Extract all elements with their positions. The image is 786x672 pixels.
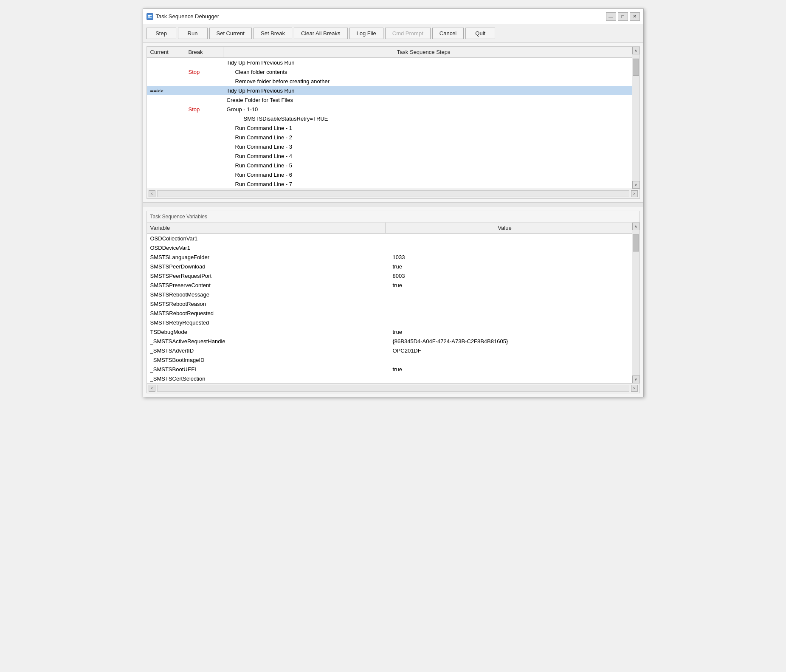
table-row[interactable]: Create Folder for Test Files — [147, 95, 632, 104]
cell-variable: SMSTSLanguageFolder — [147, 253, 389, 261]
cell-current — [147, 62, 185, 63]
cell-break — [185, 146, 223, 147]
cell-current — [147, 174, 185, 175]
cell-variable: OSDDeviceVar1 — [147, 244, 389, 252]
h-scroll-track[interactable] — [157, 190, 629, 197]
cell-value: 1033 — [389, 253, 632, 261]
maximize-button[interactable]: □ — [618, 12, 628, 21]
table-row[interactable]: Run Command Line - 2 — [147, 133, 632, 142]
cell-value: {86B345D4-A04F-4724-A73B-C2F8B4B81605} — [389, 337, 632, 345]
variables-rows: Variable Value OSDCollectionVar1OSDDevic… — [147, 223, 632, 383]
cell-step: Remove folder before creating another — [223, 77, 632, 85]
clear_all_breaks-button[interactable]: Clear All Breaks — [294, 28, 347, 39]
cell-value — [389, 294, 632, 295]
table-row[interactable]: StopClean folder contents — [147, 67, 632, 76]
table-row[interactable]: Run Command Line - 1 — [147, 123, 632, 133]
vars-scroll-thumb[interactable] — [633, 234, 639, 251]
vars-row[interactable]: _SMSTSCertSelection — [147, 374, 632, 383]
cell-step: Tidy Up From Previous Run — [223, 59, 632, 67]
vars-row[interactable]: SMSTSPreserveContenttrue — [147, 280, 632, 290]
cell-break — [185, 90, 223, 91]
vars-row[interactable]: SMSTSLanguageFolder1033 — [147, 252, 632, 262]
table-row[interactable]: Tidy Up From Previous Run — [147, 58, 632, 67]
cell-break — [185, 136, 223, 138]
vars-row[interactable]: SMSTSRebootMessage — [147, 290, 632, 299]
vars-scroll-track[interactable] — [632, 230, 640, 376]
cell-step: Create Folder for Test Files — [223, 96, 632, 104]
vars-row[interactable]: SMSTSRetryRequested — [147, 318, 632, 327]
table-row[interactable]: Run Command Line - 3 — [147, 142, 632, 151]
vars-scroll-left[interactable]: < — [149, 385, 155, 392]
cell-break — [185, 164, 223, 166]
scroll-left-arrow[interactable]: < — [149, 190, 155, 197]
scroll-right-arrow[interactable]: > — [631, 190, 638, 197]
vars-row[interactable]: SMSTSRebootReason — [147, 299, 632, 308]
vars-scroll-right[interactable]: > — [631, 385, 638, 392]
table-row[interactable]: Run Command Line - 6 — [147, 170, 632, 179]
sequence-table-body: Tidy Up From Previous RunStopClean folde… — [147, 58, 632, 189]
table-row[interactable]: Run Command Line - 7 — [147, 179, 632, 189]
set_current-button[interactable]: Set Current — [209, 28, 252, 39]
vars-h-scrollbar-area: < > — [147, 383, 640, 393]
cancel-button[interactable]: Cancel — [432, 28, 464, 39]
sequence-scrollbar[interactable]: ∧ ∨ — [632, 47, 640, 189]
quit-button[interactable]: Quit — [465, 28, 495, 39]
cell-variable: _SMSTSBootUEFI — [147, 365, 389, 373]
cell-variable: _SMSTSActiveRequestHandle — [147, 337, 389, 345]
scroll-up-arrow[interactable]: ∧ — [632, 47, 640, 54]
cell-break — [185, 183, 223, 185]
vars-row[interactable]: OSDCollectionVar1 — [147, 234, 632, 243]
scroll-track[interactable] — [632, 54, 640, 181]
title-bar-controls: — □ ✕ — [606, 12, 640, 21]
cell-variable: SMSTSPeerDownload — [147, 263, 389, 271]
set_break-button[interactable]: Set Break — [254, 28, 292, 39]
cell-break — [185, 62, 223, 63]
table-row[interactable]: SMSTSDisableStatusRetry=TRUE — [147, 114, 632, 123]
run-button[interactable]: Run — [178, 28, 208, 39]
step-button[interactable]: Step — [146, 28, 176, 39]
cell-variable: SMSTSRetryRequested — [147, 319, 389, 327]
vars-row[interactable]: SMSTSPeerDownloadtrue — [147, 262, 632, 271]
vars-row[interactable]: TSDebugModetrue — [147, 327, 632, 336]
cell-value: 8003 — [389, 272, 632, 280]
svg-rect-2 — [150, 15, 152, 16]
cell-step: Run Command Line - 1 — [223, 124, 632, 132]
vars-scroll-up[interactable]: ∧ — [632, 223, 640, 230]
cell-variable: SMSTSRebootReason — [147, 300, 389, 308]
vars-h-scroll-track[interactable] — [157, 385, 629, 392]
vars-row[interactable]: SMSTSPeerRequestPort8003 — [147, 271, 632, 280]
table-row[interactable]: Remove folder before creating another — [147, 76, 632, 86]
cell-current — [147, 71, 185, 73]
cell-current — [147, 127, 185, 129]
sequence-panel: Current Break Task Sequence Steps Tidy U… — [146, 46, 640, 199]
cell-value — [389, 247, 632, 248]
vars-scroll-down[interactable]: ∨ — [632, 376, 640, 383]
cell-step: Run Command Line - 7 — [223, 180, 632, 188]
table-row[interactable]: ==>>Tidy Up From Previous Run — [147, 86, 632, 95]
vars-row[interactable]: _SMSTSActiveRequestHandle{86B345D4-A04F-… — [147, 336, 632, 346]
vars-row[interactable]: _SMSTSBootUEFItrue — [147, 364, 632, 374]
vars-row[interactable]: _SMSTSBootImageID — [147, 355, 632, 364]
cell-variable: SMSTSRebootRequested — [147, 309, 389, 317]
table-row[interactable]: Run Command Line - 5 — [147, 161, 632, 170]
minimize-button[interactable]: — — [606, 12, 616, 21]
col-value: Value — [386, 223, 624, 233]
close-button[interactable]: ✕ — [630, 12, 640, 21]
vars-row[interactable]: OSDDeviceVar1 — [147, 243, 632, 252]
cell-value — [389, 378, 632, 379]
table-row[interactable]: StopGroup - 1-10 — [147, 104, 632, 114]
cell-variable: _SMSTSAdvertID — [147, 347, 389, 355]
cell-value — [389, 303, 632, 305]
cell-step: Group - 1-10 — [223, 105, 632, 113]
vars-row[interactable]: SMSTSRebootRequested — [147, 308, 632, 318]
log_file-button[interactable]: Log File — [349, 28, 383, 39]
title-bar-left: Task Sequence Debugger — [146, 13, 220, 20]
table-row[interactable]: Run Command Line - 4 — [147, 151, 632, 161]
title-bar: Task Sequence Debugger — □ ✕ — [143, 9, 643, 24]
vars-table-header: Variable Value — [147, 223, 632, 234]
scroll-thumb[interactable] — [633, 59, 639, 76]
scroll-down-arrow[interactable]: ∨ — [632, 181, 640, 189]
vars-row[interactable]: _SMSTSAdvertIDOPC201DF — [147, 346, 632, 355]
cell-current — [147, 80, 185, 82]
vars-scrollbar[interactable]: ∧ ∨ — [632, 223, 640, 383]
